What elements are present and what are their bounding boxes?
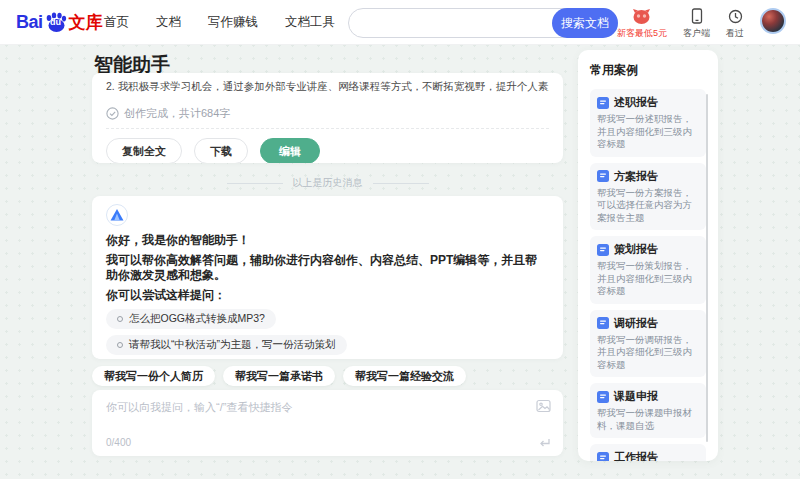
assistant-message-card: 你好，我是你的智能助手！ 我可以帮你高效解答问题，辅助你进行内容创作、内容总结、… bbox=[92, 196, 563, 359]
mobile-phone-icon bbox=[690, 7, 704, 25]
nav-item-doc-tools[interactable]: 文档工具 bbox=[285, 14, 335, 31]
download-button[interactable]: 下载 bbox=[194, 138, 248, 163]
new-customer-promo[interactable]: 新客最低5元 bbox=[617, 4, 667, 40]
generated-text-snippet: 2. 我积极寻求学习机会，通过参加外部专业讲座、网络课程等方式，不断拓宽视野，提… bbox=[106, 78, 549, 94]
promo-mascot-icon bbox=[632, 7, 651, 25]
case-desc: 帮我写一份述职报告，并且内容细化到三级内容标题 bbox=[597, 113, 699, 151]
case-title: 方案报告 bbox=[614, 169, 658, 184]
creation-status-text: 创作完成，共计684字 bbox=[124, 106, 230, 121]
suggestion-mid-autumn-plan[interactable]: 请帮我以“中秋活动”为主题，写一份活动策划 bbox=[106, 335, 347, 355]
case-title: 课题申报 bbox=[614, 389, 658, 404]
report-doc-icon bbox=[597, 317, 609, 329]
assistant-greeting: 你好，我是你的智能助手！ bbox=[106, 233, 549, 248]
case-title: 策划报告 bbox=[614, 242, 658, 257]
case-item-work-report[interactable]: 工作报告 帮我写一份工作报告，工作类型随机 bbox=[590, 444, 706, 461]
case-item-proposal-report[interactable]: 方案报告 帮我写一份方案报告，可以选择任意内容为方案报告主题 bbox=[590, 163, 706, 231]
circle-bullet-icon bbox=[117, 342, 123, 348]
report-doc-icon bbox=[597, 97, 609, 109]
suggestion-text: 怎么把OGG格式转换成MP3? bbox=[129, 312, 265, 326]
chat-input[interactable] bbox=[106, 400, 526, 430]
suggestion-text: 请帮我以“中秋活动”为主题，写一份活动策划 bbox=[129, 338, 336, 352]
search-docs-button[interactable]: 搜索文档 bbox=[552, 8, 618, 38]
tab-write-resume[interactable]: 帮我写一份个人简历 bbox=[92, 366, 215, 386]
send-enter-icon[interactable] bbox=[537, 437, 551, 449]
report-doc-icon bbox=[597, 391, 609, 403]
chat-input-card: 0/400 bbox=[92, 390, 563, 456]
case-desc: 帮我写一份策划报告，并且内容细化到三级内容标题 bbox=[597, 260, 699, 298]
history-actions: 复制全文 下载 编辑 bbox=[106, 138, 549, 163]
search-bar: 搜索文档 bbox=[348, 8, 618, 38]
report-doc-icon bbox=[597, 244, 609, 256]
case-item-project-application[interactable]: 课题申报 帮我写一份课题申报材料，课题自选 bbox=[590, 383, 706, 438]
baidu-paw-icon: du bbox=[44, 10, 68, 34]
tab-write-commitment[interactable]: 帮我写一篇承诺书 bbox=[223, 366, 335, 386]
copy-full-text-button[interactable]: 复制全文 bbox=[106, 138, 182, 163]
divider-line-left bbox=[227, 183, 283, 184]
case-item-research-report[interactable]: 调研报告 帮我写一份调研报告，并且内容细化到三级内容标题 bbox=[590, 310, 706, 378]
edit-button[interactable]: 编辑 bbox=[260, 138, 320, 163]
common-cases-title: 常用案例 bbox=[590, 62, 706, 79]
nav-item-docs[interactable]: 文档 bbox=[156, 14, 181, 31]
insert-image-icon[interactable] bbox=[536, 399, 551, 413]
case-list: 述职报告 帮我写一份述职报告，并且内容细化到三级内容标题 方案报告 帮我写一份方… bbox=[590, 89, 706, 461]
promo-label: 新客最低5元 bbox=[617, 27, 667, 40]
client-label: 客户端 bbox=[683, 27, 710, 40]
main-nav: 首页 文档 写作赚钱 文档工具 更多 bbox=[104, 0, 387, 45]
viewed-label: 看过 bbox=[726, 27, 744, 40]
report-doc-icon bbox=[597, 170, 609, 182]
viewed-history[interactable]: 看过 bbox=[726, 4, 744, 40]
divider-text: 以上是历史消息 bbox=[293, 176, 363, 190]
assistant-logo-icon bbox=[110, 209, 124, 221]
history-messages-divider: 以上是历史消息 bbox=[92, 176, 563, 190]
divider-line-right bbox=[373, 183, 429, 184]
nav-item-home[interactable]: 首页 bbox=[104, 14, 129, 31]
top-navbar: Bai du 文库 首页 文档 写作赚钱 文档工具 更多 搜索文档 bbox=[0, 0, 800, 45]
history-result-card: 2. 我积极寻求学习机会，通过参加外部专业讲座、网络课程等方式，不断拓宽视野，提… bbox=[92, 73, 563, 163]
case-title: 调研报告 bbox=[614, 316, 658, 331]
nav-item-write-earn[interactable]: 写作赚钱 bbox=[208, 14, 258, 31]
quick-prompt-tabs: 帮我写一份个人简历 帮我写一篇承诺书 帮我写一篇经验交流 bbox=[92, 366, 466, 386]
clock-icon bbox=[728, 7, 743, 25]
logo-du-text: du bbox=[50, 17, 61, 27]
check-circle-icon bbox=[106, 107, 119, 120]
case-item-planning-report[interactable]: 策划报告 帮我写一份策划报告，并且内容细化到三级内容标题 bbox=[590, 236, 706, 304]
search-input[interactable] bbox=[349, 9, 552, 37]
common-cases-panel: 常用案例 述职报告 帮我写一份述职报告，并且内容细化到三级内容标题 方案报告 帮… bbox=[578, 50, 718, 461]
tab-write-experience[interactable]: 帮我写一篇经验交流 bbox=[343, 366, 466, 386]
case-title: 述职报告 bbox=[614, 95, 658, 110]
case-title: 工作报告 bbox=[614, 450, 658, 461]
circle-bullet-icon bbox=[117, 316, 123, 322]
assistant-try-label: 你可以尝试这样提问： bbox=[106, 288, 549, 303]
char-counter: 0/400 bbox=[106, 437, 131, 448]
client-download[interactable]: 客户端 bbox=[683, 4, 710, 40]
sidebar-scrollbar[interactable] bbox=[706, 94, 708, 442]
case-item-debrief-report[interactable]: 述职报告 帮我写一份述职报告，并且内容细化到三级内容标题 bbox=[590, 89, 706, 157]
case-desc: 帮我写一份课题申报材料，课题自选 bbox=[597, 407, 699, 432]
suggestion-ogg-to-mp3[interactable]: 怎么把OGG格式转换成MP3? bbox=[106, 309, 276, 329]
suggestion-list: 怎么把OGG格式转换成MP3? 请帮我以“中秋活动”为主题，写一份活动策划 请辅… bbox=[106, 303, 549, 359]
case-desc: 帮我写一份调研报告，并且内容细化到三级内容标题 bbox=[597, 334, 699, 372]
header-right-cluster: 新客最低5元 客户端 看过 bbox=[617, 4, 786, 40]
case-desc: 帮我写一份方案报告，可以选择任意内容为方案报告主题 bbox=[597, 187, 699, 225]
logo-bai-text: Bai bbox=[16, 12, 43, 33]
assistant-intro: 我可以帮你高效解答问题，辅助你进行内容创作、内容总结、PPT编辑等，并且帮助你激… bbox=[106, 253, 549, 283]
baidu-wenku-logo[interactable]: Bai du 文库 bbox=[16, 10, 103, 34]
logo-wenku-text: 文库 bbox=[69, 11, 103, 34]
assistant-avatar bbox=[106, 204, 128, 226]
user-avatar[interactable] bbox=[760, 8, 786, 34]
creation-status: 创作完成，共计684字 bbox=[106, 106, 549, 129]
report-doc-icon bbox=[597, 452, 609, 462]
